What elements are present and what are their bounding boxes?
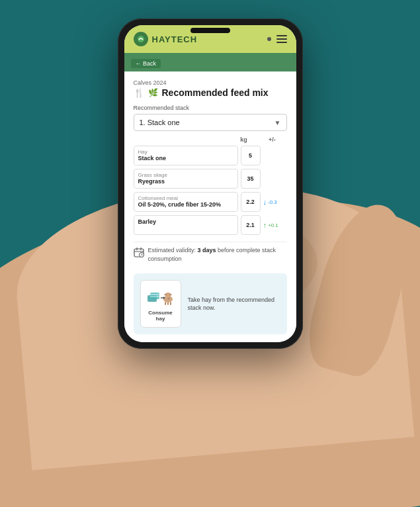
header-icons (267, 35, 287, 43)
feed-table: kg +/- Hay Stack one 5 (134, 136, 287, 235)
change-value-4: +0.1 (268, 222, 278, 228)
svg-rect-13 (165, 302, 166, 305)
svg-point-17 (164, 294, 167, 296)
svg-rect-9 (150, 293, 159, 299)
feed-name-1: Stack one (138, 155, 233, 161)
page-title-row: 🍴 🌿 Recommended feed mix (134, 87, 287, 98)
page-title: Recommended feed mix (162, 87, 269, 98)
leaf-icon: 🌿 (148, 88, 158, 97)
stack-selected-value: 1. Stack one (140, 118, 180, 126)
col-header-pm: +/- (259, 136, 286, 143)
feed-name-box-3: Cottonseed meal Oil 5-20%, crude fiber 1… (134, 192, 238, 212)
validity-text: Estimated validity: 3 days before comple… (148, 246, 287, 263)
svg-point-18 (169, 294, 171, 296)
scene: HAYTECH ← Back (0, 0, 420, 507)
table-header: kg +/- (134, 136, 287, 143)
table-row: Barley 2.1 ↑ +0.1 (134, 215, 287, 235)
table-row: Grass silage Ryegrass 35 (134, 169, 287, 189)
validity-prefix: Estimated validity: (148, 247, 198, 254)
hamburger-line-2 (276, 38, 287, 40)
consume-hay-icon (146, 286, 175, 307)
change-value-3: -0.3 (268, 199, 277, 205)
feed-name-4: Barley (138, 218, 233, 225)
phone: HAYTECH ← Back (118, 19, 303, 349)
back-button[interactable]: ← Back (131, 59, 161, 68)
app-content: Calves 2024 🍴 🌿 Recommended feed mix Rec… (124, 71, 296, 342)
feed-name-box-1: Hay Stack one (134, 146, 238, 165)
feed-name-box-2: Grass silage Ryegrass (134, 169, 238, 189)
phone-container: HAYTECH ← Back (118, 19, 303, 349)
validity-row: Estimated validity: 3 days before comple… (134, 242, 287, 267)
dot-icon (267, 37, 271, 41)
validity-days: 3 days (198, 247, 216, 254)
feed-category-2: Grass silage (138, 172, 233, 178)
svg-rect-15 (170, 302, 171, 305)
consume-label: Consume hay (146, 310, 175, 322)
table-row: Hay Stack one 5 (134, 146, 287, 165)
logo-text: HAYTECH (152, 34, 198, 44)
stack-select[interactable]: 1. Stack one ▼ (134, 114, 287, 131)
phone-screen: HAYTECH ← Back (124, 25, 296, 342)
consume-hay-button[interactable]: Consume hay (140, 280, 181, 328)
feed-name-box-4: Barley (134, 215, 238, 235)
svg-point-0 (138, 36, 144, 42)
app-logo: HAYTECH (134, 32, 198, 46)
feed-change-3: ↓ -0.3 (263, 198, 287, 206)
calendar-icon (134, 247, 144, 259)
feed-value-2: 35 (241, 169, 261, 189)
hamburger-icon[interactable] (276, 35, 287, 43)
hamburger-line-1 (276, 35, 287, 36)
feed-value-4: 2.1 (241, 215, 261, 235)
table-row: Cottonseed meal Oil 5-20%, crude fiber 1… (134, 192, 287, 212)
feed-value-1: 5 (241, 146, 261, 165)
col-header-kg: kg (234, 136, 254, 143)
hamburger-line-3 (276, 42, 287, 43)
svg-point-19 (167, 298, 170, 300)
arrow-down-icon: ↓ (263, 198, 267, 206)
back-bar: ← Back (124, 53, 296, 71)
feed-category-1: Hay (138, 149, 233, 155)
stack-label: Recommended stack (134, 105, 287, 111)
feed-category-3: Cottonseed meal (138, 195, 233, 201)
consume-description: Take hay from the recommended stack now. (188, 296, 280, 312)
feed-name-2: Ryegrass (138, 178, 233, 185)
chevron-down-icon: ▼ (274, 119, 281, 126)
feed-change-4: ↑ +0.1 (263, 221, 287, 229)
consume-section: Consume hay Take hay from the recommende… (134, 273, 287, 334)
feed-name-3: Oil 5-20%, crude fiber 15-20% (138, 201, 233, 208)
logo-icon (134, 32, 148, 46)
arrow-up-icon: ↑ (263, 221, 267, 229)
svg-rect-14 (167, 302, 169, 305)
feed-value-3: 2.2 (241, 192, 261, 212)
fork-icon: 🍴 (134, 88, 144, 98)
section-label: Calves 2024 (134, 79, 287, 86)
